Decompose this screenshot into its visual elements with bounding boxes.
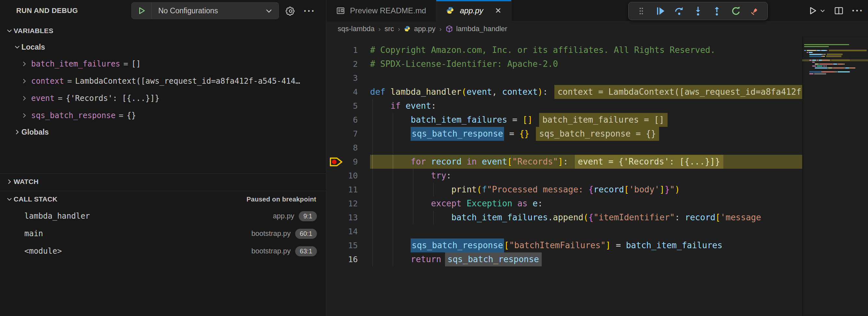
- chevron-right-icon[interactable]: [20, 78, 29, 84]
- code-token: =: [611, 239, 626, 252]
- code-line[interactable]: 1# Copyright Amazon.com, Inc. or its aff…: [327, 43, 802, 57]
- code-token: 'message: [720, 211, 761, 224]
- code-line-content[interactable]: print(f"Processed message: {record['body…: [370, 183, 802, 197]
- code-editor[interactable]: 1# Copyright Amazon.com, Inc. or its aff…: [327, 36, 802, 316]
- code-token: {}: [519, 127, 529, 141]
- editor-more-actions-button[interactable]: ···: [852, 5, 864, 16]
- code-line[interactable]: 6 batch_item_failures = []batch_item_fai…: [327, 113, 802, 127]
- split-editor-button[interactable]: [834, 6, 843, 15]
- code-line-content[interactable]: [370, 141, 802, 155]
- line-gutter[interactable]: 9: [327, 155, 370, 169]
- panel-more-actions-button[interactable]: ···: [302, 3, 317, 19]
- line-gutter[interactable]: 4: [327, 85, 370, 99]
- code-line[interactable]: 16 return sqs_batch_response: [327, 252, 802, 266]
- call-stack-section: CALL STACK Paused on breakpoint lambda_h…: [0, 191, 326, 260]
- code-line[interactable]: 5 if event:: [327, 99, 802, 113]
- code-line[interactable]: 10 try:: [327, 169, 802, 183]
- line-gutter[interactable]: 1: [327, 43, 370, 57]
- code-line-content[interactable]: if event:: [370, 99, 802, 113]
- code-line[interactable]: 15 sqs_batch_response["batchItemFailures…: [327, 239, 802, 252]
- code-line-content[interactable]: for record in event["Records"]:event = {…: [370, 155, 802, 169]
- call-stack-header[interactable]: CALL STACK Paused on breakpoint: [0, 191, 326, 207]
- code-line[interactable]: 14: [327, 224, 802, 239]
- breadcrumb-symbol[interactable]: lambda_handler: [445, 25, 507, 33]
- variables-header[interactable]: VARIABLES: [0, 23, 326, 39]
- breadcrumb-folder[interactable]: src: [384, 25, 394, 33]
- code-line-content[interactable]: batch_item_failures.append({"itemIdentif…: [370, 211, 802, 224]
- line-gutter[interactable]: 11: [327, 183, 370, 197]
- code-token: in: [466, 155, 476, 169]
- chevron-right-icon[interactable]: [20, 61, 29, 67]
- stack-frame-row[interactable]: main bootstrap.py 60:1: [0, 225, 326, 242]
- code-line-content[interactable]: [370, 71, 802, 85]
- code-line-content[interactable]: return sqs_batch_response: [370, 252, 802, 266]
- line-gutter[interactable]: 13: [327, 211, 370, 224]
- step-into-button[interactable]: [690, 4, 706, 18]
- indent-guide: [393, 127, 393, 141]
- locals-scope-row[interactable]: Locals: [0, 39, 326, 55]
- code-line[interactable]: 9 for record in event["Records"]:event =…: [327, 155, 802, 169]
- line-number: 3: [353, 73, 358, 83]
- stack-frame-row[interactable]: <module> bootstrap.py 63:1: [0, 242, 326, 260]
- code-token: sqs_batch_response: [411, 127, 504, 141]
- code-line[interactable]: 7 sqs_batch_response = {}sqs_batch_respo…: [327, 127, 802, 141]
- line-gutter[interactable]: 2: [327, 57, 370, 71]
- step-out-button[interactable]: [709, 4, 725, 18]
- code-token: :: [446, 169, 452, 183]
- code-line-content[interactable]: [370, 224, 802, 239]
- watch-header[interactable]: WATCH: [0, 173, 326, 190]
- tab-preview-readme[interactable]: Preview README.md: [327, 0, 436, 22]
- restart-button[interactable]: [728, 4, 744, 18]
- code-line[interactable]: 2# SPDX-License-Identifier: Apache-2.0: [327, 57, 802, 71]
- code-line[interactable]: 11 print(f"Processed message: {record['b…: [327, 183, 802, 197]
- code-line-content[interactable]: # Copyright Amazon.com, Inc. or its affi…: [370, 43, 802, 57]
- line-gutter[interactable]: 12: [327, 197, 370, 211]
- code-line-content[interactable]: try:: [370, 169, 802, 183]
- code-line-content[interactable]: def lambda_handler(event, context):conte…: [370, 85, 802, 99]
- line-gutter[interactable]: 7: [327, 127, 370, 141]
- code-line-content[interactable]: batch_item_failures = []batch_item_failu…: [370, 113, 802, 127]
- debug-configuration-dropdown[interactable]: No Configurations: [131, 2, 279, 19]
- code-line[interactable]: 8: [327, 141, 802, 155]
- line-gutter[interactable]: 16: [327, 252, 370, 266]
- chevron-right-icon[interactable]: [20, 95, 29, 101]
- chevron-right-icon[interactable]: [20, 112, 29, 119]
- step-over-button[interactable]: [671, 4, 687, 18]
- debug-settings-button[interactable]: [283, 3, 299, 19]
- line-gutter[interactable]: 6: [327, 113, 370, 127]
- code-line-content[interactable]: # SPDX-License-Identifier: Apache-2.0: [370, 57, 802, 71]
- code-line[interactable]: 13 batch_item_failures.append({"itemIden…: [327, 211, 802, 224]
- globals-scope-row[interactable]: Globals: [0, 124, 326, 140]
- close-icon[interactable]: ✕: [495, 6, 501, 15]
- run-python-file-button[interactable]: [808, 6, 826, 15]
- disconnect-button[interactable]: [747, 4, 763, 18]
- variable-row[interactable]: sqs_batch_response = {}: [0, 107, 326, 124]
- line-gutter[interactable]: 8: [327, 141, 370, 155]
- code-line-content[interactable]: sqs_batch_response = {}sqs_batch_respons…: [370, 127, 802, 141]
- minimap[interactable]: [802, 36, 868, 316]
- line-gutter[interactable]: 3: [327, 71, 370, 85]
- variable-row[interactable]: event = {'Records': [{...}]}: [0, 90, 326, 107]
- line-gutter[interactable]: 15: [327, 239, 370, 252]
- variable-row[interactable]: context = LambdaContext([aws_request_id=…: [0, 72, 326, 90]
- variable-row[interactable]: batch_item_failures = []: [0, 55, 326, 72]
- continue-button[interactable]: [652, 4, 669, 18]
- tab-app-py[interactable]: app.py ✕: [436, 0, 512, 22]
- line-gutter[interactable]: 5: [327, 99, 370, 113]
- stack-frame-row[interactable]: lambda_handler app.py 9:1: [0, 207, 326, 225]
- line-number: 10: [348, 171, 358, 180]
- code-line[interactable]: 12 except Exception as e:: [327, 197, 802, 211]
- toolbar-drag-handle[interactable]: [633, 4, 649, 18]
- code-token: [370, 155, 411, 169]
- line-gutter[interactable]: 14: [327, 224, 370, 239]
- code-token: [527, 197, 533, 211]
- line-number: 4: [353, 87, 358, 97]
- code-line-content[interactable]: except Exception as e:: [370, 197, 802, 211]
- breadcrumb-folder[interactable]: sqs-lambda: [338, 25, 375, 33]
- code-line[interactable]: 3: [327, 71, 802, 85]
- breadcrumb-file[interactable]: app.py: [404, 25, 435, 33]
- start-debug-button[interactable]: [132, 3, 152, 19]
- line-gutter[interactable]: 10: [327, 169, 370, 183]
- code-line[interactable]: 4def lambda_handler(event, context):cont…: [327, 85, 802, 99]
- code-line-content[interactable]: sqs_batch_response["batchItemFailures"] …: [370, 239, 802, 252]
